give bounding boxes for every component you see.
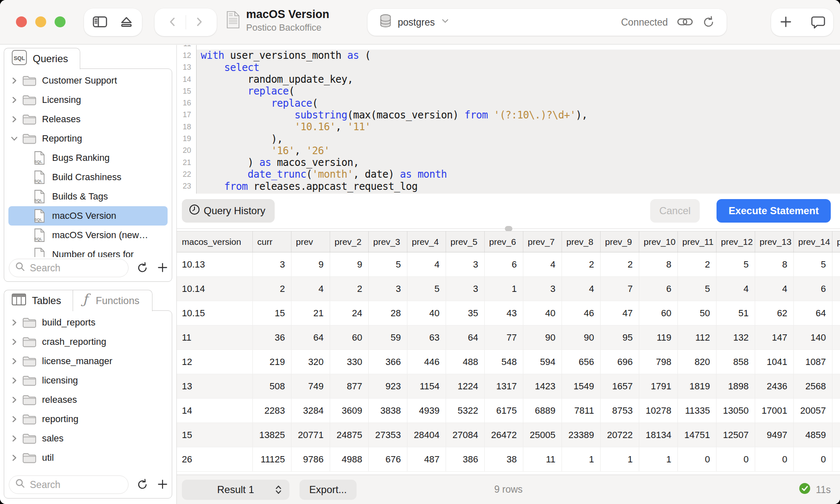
cell-prev_9: 7 [600,277,639,301]
cell-prev_14: 20057 [793,399,832,423]
execute-statement-button[interactable]: Execute Statement [717,199,831,223]
cell-curr: 2 [252,277,291,301]
table-row-15[interactable]: 1513825207712487527353284042708426472250… [177,423,840,447]
cell-prev_4: 4 [407,252,446,277]
sidebar-item-macos-version[interactable]: SQLmacOS Version [8,206,168,226]
sidebar-item-macos-version-new[interactable]: SQLmacOS Version (new… [8,226,168,245]
column-header-prev_7[interactable]: prev_7 [523,231,562,252]
minimize-button[interactable] [35,16,46,27]
sidebar-item-bugs-ranking[interactable]: SQLBugs Ranking [8,148,168,168]
svg-text:SQL: SQL [34,159,42,164]
column-header-prev_8[interactable]: prev_8 [562,231,600,252]
item-label: Reporting [42,133,82,144]
queries-add-button[interactable] [156,261,169,275]
queries-refresh-button[interactable] [136,261,148,275]
sidebar-item-reporting[interactable]: Reporting [8,129,168,148]
table-row-10.13[interactable]: 10.13399543642282585 [177,252,840,277]
tab-functions[interactable]: ƒ Functions [73,290,152,311]
toggle-sidebar-button[interactable] [92,13,108,32]
close-button[interactable] [16,16,27,27]
column-header-prev_15[interactable]: prev_15 [832,231,840,252]
cell-macos-version: 26 [177,447,252,472]
chevron-down-icon [441,16,450,28]
chevron-right-icon [10,396,18,404]
fullscreen-button[interactable] [55,16,66,27]
table-row-11[interactable]: 1136646059636477909095119112132147140 [177,326,840,350]
connection-link-button[interactable] [676,16,694,29]
cell-prev_7: 11 [523,447,562,472]
disconnect-button[interactable] [118,14,134,31]
sidebar-item-releases[interactable]: Releases [8,110,168,129]
sql-editor[interactable]: 1112with user_versions_month as (13 sele… [177,45,840,194]
column-header-macos_version[interactable]: macos_version [177,231,252,252]
column-header-prev_13[interactable]: prev_13 [755,231,793,252]
table-row-26[interactable]: 26111259786498867648738638111110000 [177,447,840,472]
table-icon [11,292,27,309]
sidebar: SQL Queries Customer SupportLicensingRel… [0,45,177,504]
column-header-prev_5[interactable]: prev_5 [446,231,484,252]
sidebar-item-build-crashiness[interactable]: SQLBuild Crashiness [8,168,168,187]
query-history-button[interactable]: Query History [182,199,275,223]
sidebar-table-releases[interactable]: releases [8,390,168,410]
new-item-button[interactable] [779,15,793,30]
export-button[interactable]: Export... [299,480,357,500]
column-header-prev_14[interactable]: prev_14 [793,231,832,252]
column-header-prev[interactable]: prev [291,231,330,252]
column-header-prev_11[interactable]: prev_11 [677,231,716,252]
folder-icon [22,94,37,106]
tab-queries[interactable]: SQL Queries [4,48,80,69]
tables-refresh-button[interactable] [136,478,148,492]
table-row-10.15[interactable]: 10.15152124284035434046476050516264 [177,301,840,326]
search-placeholder: Search [30,262,60,274]
function-icon: ƒ [80,291,91,310]
database-selector[interactable]: postgres [379,14,450,31]
sidebar-table-util[interactable]: util [8,448,168,467]
cell-prev_13: 147 [755,326,793,350]
cell-prev_3: 28 [368,301,407,326]
table-row-13[interactable]: 1350874987792311541224131714231549165717… [177,374,840,399]
cell-curr: 15 [252,301,291,326]
column-header-prev_6[interactable]: prev_6 [484,231,523,252]
table-row-14[interactable]: 1422833284360938384939532261756889781187… [177,399,840,423]
queries-search-input[interactable]: Search [9,259,129,277]
tables-add-button[interactable] [156,478,169,492]
cell-prev: 20771 [291,423,330,447]
sidebar-table-sales[interactable]: sales [8,429,168,448]
tab-tables[interactable]: Tables [4,290,73,311]
sidebar-table-build-reports[interactable]: build_reports [8,313,168,332]
column-header-curr[interactable]: curr [252,231,291,252]
sidebar-table-licensing[interactable]: licensing [8,371,168,390]
back-button[interactable] [165,15,180,30]
line-number: 17 [177,110,194,119]
column-header-prev_9[interactable]: prev_9 [600,231,639,252]
sidebar-table-reporting[interactable]: reporting [8,410,168,429]
item-label: Bugs Ranking [52,152,110,163]
sidebar-item-licensing[interactable]: Licensing [8,90,168,110]
cell-prev_7: 3 [523,277,562,301]
sidebar-item-number-of-users-for[interactable]: SQLNumber of users for [8,245,168,257]
result-selector[interactable]: Result 1 [182,480,289,500]
tab-queries-label: Queries [33,53,68,65]
forward-button[interactable] [192,15,206,30]
cell-prev_10: 798 [639,350,677,374]
cell-prev: 320 [291,350,330,374]
feedback-button[interactable] [811,15,826,30]
tables-tree: build_reportscrash_reportinglicense_mana… [4,313,172,474]
column-header-prev_3[interactable]: prev_3 [368,231,407,252]
table-row-12[interactable]: 1221932033036644648854859465669679882085… [177,350,840,374]
tables-search-input[interactable]: Search [9,475,129,494]
sidebar-item-builds-tags[interactable]: SQLBuilds & Tags [8,187,168,206]
cancel-button[interactable]: Cancel [650,199,700,223]
cell-clipped [832,447,840,472]
table-row-10.14[interactable]: 10.14242353134765446 [177,277,840,301]
cell-prev_4: 28404 [407,423,446,447]
column-header-prev_12[interactable]: prev_12 [716,231,755,252]
reconnect-button[interactable] [702,15,715,30]
folder-icon [22,452,37,464]
column-header-prev_2[interactable]: prev_2 [330,231,368,252]
column-header-prev_10[interactable]: prev_10 [639,231,677,252]
sidebar-item-customer-support[interactable]: Customer Support [8,71,168,90]
sidebar-table-crash-reporting[interactable]: crash_reporting [8,332,168,352]
column-header-prev_4[interactable]: prev_4 [407,231,446,252]
sidebar-table-license-manager[interactable]: license_manager [8,352,168,371]
